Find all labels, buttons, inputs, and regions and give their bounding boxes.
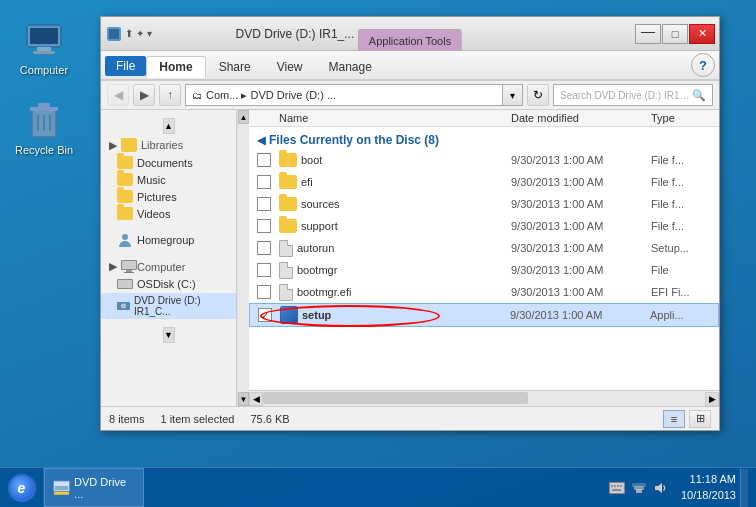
search-placeholder: Search DVD Drive (D:) IR1_CE... bbox=[560, 90, 690, 101]
table-row[interactable]: boot 9/30/2013 1:00 AM File f... bbox=[249, 149, 719, 171]
tab-view[interactable]: View bbox=[264, 56, 316, 78]
large-icons-view-button[interactable]: ⊞ bbox=[689, 410, 711, 428]
explorer-taskbar-icon bbox=[53, 480, 70, 496]
sidebar-computer-header[interactable]: ▶ Computer bbox=[101, 258, 236, 275]
table-row[interactable]: autorun 9/30/2013 1:00 AM Setup... bbox=[249, 237, 719, 259]
address-box[interactable]: 🗂 Com... ▸ DVD Drive (D:) ... bbox=[185, 84, 503, 106]
file-name-bootmgr: bootmgr bbox=[297, 264, 511, 276]
row-checkbox-bootmgr[interactable] bbox=[257, 263, 279, 277]
sidebar-item-osdisk[interactable]: OSDisk (C:) bbox=[101, 275, 236, 293]
sidebar-item-homegroup[interactable]: Homegroup bbox=[101, 230, 236, 250]
window-title-area: DVD Drive (D:) IR1_... bbox=[152, 17, 635, 50]
recycle-bin-icon-label: Recycle Bin bbox=[15, 144, 73, 156]
checkbox-support[interactable] bbox=[257, 219, 271, 233]
address-dropdown-button[interactable]: ▾ bbox=[503, 84, 523, 106]
file-date-bootmgr-efi: 9/30/2013 1:00 AM bbox=[511, 286, 651, 298]
close-button[interactable]: ✕ bbox=[689, 24, 715, 44]
forward-button[interactable]: ▶ bbox=[133, 84, 155, 106]
show-desktop-button[interactable] bbox=[740, 469, 748, 507]
scroll-right-button[interactable]: ▶ bbox=[705, 392, 719, 406]
details-view-button[interactable]: ≡ bbox=[663, 410, 685, 428]
status-info: 8 items 1 item selected 75.6 KB bbox=[109, 413, 290, 425]
computer-expand-icon: ▶ bbox=[109, 260, 117, 273]
scrollbar-thumb[interactable] bbox=[263, 392, 528, 404]
row-checkbox-bootmgr-efi[interactable] bbox=[257, 285, 279, 299]
svg-rect-3 bbox=[33, 51, 55, 54]
sidebar-scroll-down[interactable]: ▼ bbox=[163, 327, 175, 343]
sidebar-homegroup-section: Homegroup bbox=[101, 230, 236, 250]
sidebar-libraries-label: Libraries bbox=[141, 139, 183, 151]
clock-time: 11:18 AM bbox=[681, 472, 736, 487]
desktop-icon-computer[interactable]: Computer bbox=[12, 20, 76, 76]
checkbox-setup[interactable] bbox=[258, 308, 272, 322]
tab-home[interactable]: Home bbox=[146, 56, 205, 78]
tab-file[interactable]: File bbox=[105, 56, 146, 76]
sidebar-osdisk-label: OSDisk (C:) bbox=[137, 278, 196, 290]
sidebar-scrollbar-down[interactable]: ▼ bbox=[238, 392, 249, 406]
address-text: Com... ▸ DVD Drive (D:) ... bbox=[206, 89, 336, 102]
maximize-button[interactable]: □ bbox=[662, 24, 688, 44]
help-button[interactable]: ? bbox=[691, 53, 715, 77]
refresh-button[interactable]: ↻ bbox=[527, 84, 549, 106]
libraries-expand-icon: ▶ bbox=[109, 139, 117, 152]
file-name-efi: efi bbox=[301, 176, 511, 188]
sidebar-homegroup-label: Homegroup bbox=[137, 234, 194, 246]
svg-rect-14 bbox=[122, 261, 136, 269]
svg-rect-32 bbox=[612, 489, 621, 491]
svg-rect-11 bbox=[109, 29, 119, 39]
sidebar-scrollbar: ▲ ▼ bbox=[237, 110, 249, 406]
up-button[interactable]: ↑ bbox=[159, 84, 181, 106]
file-name-setup: setup bbox=[302, 309, 510, 321]
checkbox-boot[interactable] bbox=[257, 153, 271, 167]
taskbar-ie-button[interactable]: e bbox=[0, 468, 44, 507]
checkbox-bootmgr[interactable] bbox=[257, 263, 271, 277]
file-type-boot: File f... bbox=[651, 154, 711, 166]
search-box[interactable]: Search DVD Drive (D:) IR1_CE... 🔍 bbox=[553, 84, 713, 106]
row-checkbox-boot[interactable] bbox=[257, 153, 279, 167]
table-row[interactable]: support 9/30/2013 1:00 AM File f... bbox=[249, 215, 719, 237]
file-name-sources: sources bbox=[301, 198, 511, 210]
sidebar-item-documents[interactable]: Documents bbox=[101, 154, 236, 171]
table-row[interactable]: efi 9/30/2013 1:00 AM File f... bbox=[249, 171, 719, 193]
row-checkbox-setup[interactable] bbox=[258, 308, 280, 322]
checkbox-efi[interactable] bbox=[257, 175, 271, 189]
item-count: 8 items bbox=[109, 413, 144, 425]
main-area: ▲ ▶ Libraries Documents Music bbox=[101, 110, 719, 406]
scroll-left-button[interactable]: ◀ bbox=[249, 392, 263, 406]
svg-rect-30 bbox=[617, 485, 619, 487]
clock-display[interactable]: 11:18 AM 10/18/2013 bbox=[681, 472, 736, 503]
section-expand-arrow: ◀ bbox=[257, 134, 265, 147]
sidebar-dvd-label: DVD Drive (D:) IR1_C... bbox=[134, 295, 220, 317]
tab-manage[interactable]: Manage bbox=[316, 56, 385, 78]
checkbox-autorun[interactable] bbox=[257, 241, 271, 255]
scrollbar-track[interactable] bbox=[263, 391, 705, 406]
sidebar-item-dvd[interactable]: DVD Drive (D:) IR1_C... bbox=[101, 293, 236, 319]
row-checkbox-support[interactable] bbox=[257, 219, 279, 233]
back-button[interactable]: ◀ bbox=[107, 84, 129, 106]
taskbar-explorer-button[interactable]: DVD Drive ... bbox=[44, 468, 144, 507]
date-column-header[interactable]: Date modified bbox=[511, 112, 651, 124]
sidebar-item-pictures[interactable]: Pictures bbox=[101, 188, 236, 205]
table-row-setup[interactable]: setup 9/30/2013 1:00 AM Appli... bbox=[249, 303, 719, 327]
table-row[interactable]: bootmgr.efi 9/30/2013 1:00 AM EFI Fi... bbox=[249, 281, 719, 303]
computer-icon-label: Computer bbox=[20, 64, 68, 76]
sidebar-scroll-up[interactable]: ▲ bbox=[163, 118, 175, 134]
sidebar-item-videos[interactable]: Videos bbox=[101, 205, 236, 222]
sidebar-libraries-header[interactable]: ▶ Libraries bbox=[101, 136, 236, 154]
row-checkbox-sources[interactable] bbox=[257, 197, 279, 211]
table-row[interactable]: sources 9/30/2013 1:00 AM File f... bbox=[249, 193, 719, 215]
file-date-bootmgr: 9/30/2013 1:00 AM bbox=[511, 264, 651, 276]
row-checkbox-efi[interactable] bbox=[257, 175, 279, 189]
desktop-icon-recycle-bin[interactable]: Recycle Bin bbox=[12, 100, 76, 156]
file-type-autorun: Setup... bbox=[651, 242, 711, 254]
sidebar-item-music[interactable]: Music bbox=[101, 171, 236, 188]
minimize-button[interactable]: — bbox=[635, 24, 661, 44]
checkbox-bootmgr-efi[interactable] bbox=[257, 285, 271, 299]
table-row[interactable]: bootmgr 9/30/2013 1:00 AM File bbox=[249, 259, 719, 281]
checkbox-sources[interactable] bbox=[257, 197, 271, 211]
row-checkbox-autorun[interactable] bbox=[257, 241, 279, 255]
name-column-header[interactable]: Name bbox=[279, 112, 511, 124]
type-column-header[interactable]: Type bbox=[651, 112, 711, 124]
tab-share[interactable]: Share bbox=[206, 56, 264, 78]
sidebar-scrollbar-up[interactable]: ▲ bbox=[238, 110, 249, 124]
